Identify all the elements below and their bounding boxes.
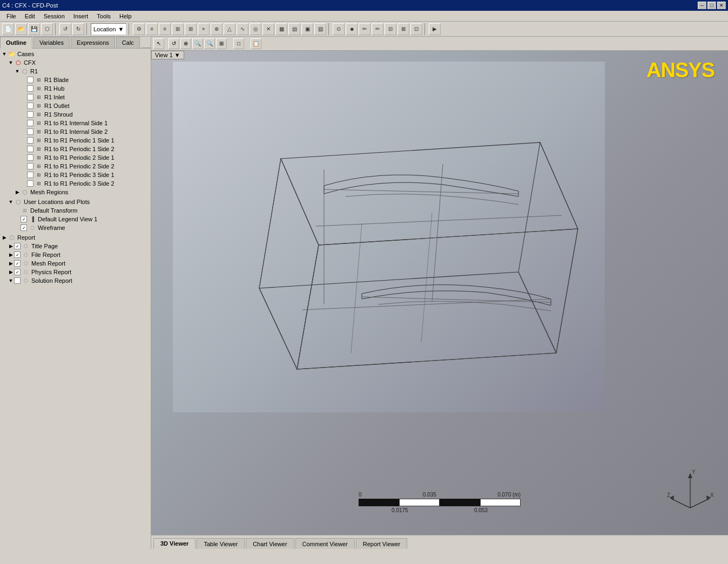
- tree-item-cases[interactable]: ▼ 📁 Cases: [1, 50, 150, 58]
- toolbar-btn-12[interactable]: △: [224, 23, 235, 35]
- tree-item-r1-outlet[interactable]: ⊞ R1 Outlet: [1, 101, 150, 110]
- tree-item-solution-report[interactable]: ▼ ⬡ Solution Report: [1, 276, 150, 285]
- tree-item-r1-periodic-2-s2[interactable]: ⊞ R1 to R1 Periodic 2 Side 2: [1, 162, 150, 171]
- toolbar-btn-5[interactable]: ⚙: [133, 23, 145, 35]
- expand-cfx[interactable]: ▼: [8, 59, 14, 66]
- tab-chart-viewer[interactable]: Chart Viewer: [246, 538, 294, 549]
- tree-item-default-legend[interactable]: ✓ ▐ Default Legend View 1: [1, 215, 150, 223]
- tab-3d-viewer[interactable]: 3D Viewer: [153, 538, 196, 549]
- toolbar-btn-11[interactable]: ⊕: [211, 23, 223, 35]
- tree-item-mesh-regions[interactable]: ▶ ⬡ Mesh Regions: [1, 188, 150, 196]
- checkbox-r1-hub[interactable]: [27, 85, 33, 92]
- toolbar-btn-19[interactable]: ▧: [314, 23, 326, 35]
- vp-btn-rotate[interactable]: ↺: [168, 38, 179, 49]
- tree-item-report[interactable]: ▶ ⬡ Report: [1, 233, 150, 242]
- tree-item-title-page[interactable]: ▶ ✓ ⬡ Title Page: [1, 242, 150, 250]
- expand-user-locations[interactable]: ▼: [8, 199, 14, 205]
- tree-item-file-report[interactable]: ▶ ✓ ⬡ File Report: [1, 250, 150, 259]
- checkbox-r1-periodic-1-s1[interactable]: [27, 137, 33, 144]
- tree-item-r1-periodic-2-s1[interactable]: ⊞ R1 to R1 Periodic 2 Side 1: [1, 153, 150, 162]
- vp-btn-select[interactable]: ↖: [153, 38, 164, 49]
- tree-item-r1[interactable]: ▼ ⬡ R1: [1, 67, 150, 76]
- tree-view[interactable]: ▼ 📁 Cases ▼ ⬡ CFX ▼ ⬡ R1: [0, 49, 151, 549]
- checkbox-r1-shroud[interactable]: [27, 111, 33, 118]
- close-button[interactable]: ✕: [717, 2, 726, 9]
- toolbar-btn-18[interactable]: ▣: [301, 23, 313, 35]
- checkbox-title-page[interactable]: ✓: [14, 243, 21, 249]
- toolbar-btn-16[interactable]: ▦: [275, 23, 287, 35]
- viewport-canvas[interactable]: View 1 ▼ ANSYS: [151, 51, 728, 535]
- menu-session[interactable]: Session: [39, 12, 69, 21]
- toolbar-btn-4[interactable]: ⬡: [41, 23, 53, 35]
- toolbar-btn-1[interactable]: 📄: [2, 23, 14, 35]
- tree-item-r1-periodic-3-s1[interactable]: ⊞ R1 to R1 Periodic 3 Side 1: [1, 171, 150, 179]
- toolbar-btn-9[interactable]: ⊞: [185, 23, 197, 35]
- menu-tools[interactable]: Tools: [92, 12, 115, 21]
- toolbar-btn-17[interactable]: ▤: [288, 23, 300, 35]
- expand-physics-report[interactable]: ▶: [8, 269, 14, 275]
- checkbox-wireframe[interactable]: ✓: [21, 225, 27, 231]
- menu-edit[interactable]: Edit: [21, 12, 39, 21]
- tab-variables[interactable]: Variables: [33, 37, 70, 48]
- tree-item-r1-inlet[interactable]: ⊞ R1 Inlet: [1, 93, 150, 101]
- toolbar-btn-25[interactable]: ⊠: [397, 23, 409, 35]
- checkbox-r1-internal-2[interactable]: [27, 128, 33, 135]
- tree-item-r1-periodic-1-s2[interactable]: ⊞ R1 to R1 Periodic 1 Side 2: [1, 145, 150, 153]
- tree-item-r1-periodic-1-s1[interactable]: ⊞ R1 to R1 Periodic 1 Side 1: [1, 136, 150, 145]
- tab-outline[interactable]: Outline: [0, 37, 32, 49]
- tree-item-r1-internal-1[interactable]: ⊞ R1 to R1 Internal Side 1: [1, 119, 150, 127]
- menu-help[interactable]: Help: [115, 12, 136, 21]
- toolbar-btn-26[interactable]: ⊡: [410, 23, 422, 35]
- toolbar-btn-7[interactable]: ≡: [159, 23, 171, 35]
- checkbox-r1-periodic-3-s2[interactable]: [27, 180, 33, 187]
- checkbox-r1-inlet[interactable]: [27, 94, 33, 100]
- toolbar-undo[interactable]: ↺: [59, 23, 71, 35]
- vp-btn-render[interactable]: □: [233, 38, 244, 49]
- checkbox-mesh-report[interactable]: ✓: [14, 260, 21, 267]
- minimize-button[interactable]: ─: [698, 2, 706, 9]
- toolbar-btn-24[interactable]: ⊟: [385, 23, 396, 35]
- expand-title-page[interactable]: ▶: [8, 243, 14, 249]
- tree-item-user-locations[interactable]: ▼ ⬡ User Locations and Plots: [1, 198, 150, 206]
- toolbar-btn-27[interactable]: ▶: [429, 23, 441, 35]
- vp-btn-zoom-in[interactable]: ⊕: [180, 38, 191, 49]
- menu-file[interactable]: File: [2, 12, 21, 21]
- toolbar-btn-23[interactable]: ✏: [372, 23, 383, 35]
- toolbar-btn-8[interactable]: ⊞: [172, 23, 184, 35]
- expand-cases[interactable]: ▼: [1, 51, 8, 57]
- checkbox-physics-report[interactable]: ✓: [14, 269, 21, 275]
- expand-report[interactable]: ▶: [1, 234, 8, 241]
- expand-r1[interactable]: ▼: [14, 68, 21, 74]
- tree-item-physics-report[interactable]: ▶ ✓ ⬡ Physics Report: [1, 268, 150, 276]
- tab-calc[interactable]: Calc: [116, 37, 140, 48]
- toolbar-btn-14[interactable]: ◎: [250, 23, 261, 35]
- checkbox-r1-outlet[interactable]: [27, 103, 33, 109]
- tree-item-r1-blade[interactable]: ⊞ R1 Blade: [1, 76, 150, 84]
- tab-expressions[interactable]: Expressions: [71, 37, 115, 48]
- expand-mesh-regions[interactable]: ▶: [14, 189, 21, 195]
- checkbox-r1-periodic-3-s1[interactable]: [27, 172, 33, 178]
- expand-solution-report[interactable]: ▼: [8, 277, 14, 284]
- checkbox-r1-internal-1[interactable]: [27, 120, 33, 126]
- tab-table-viewer[interactable]: Table Viewer: [197, 538, 245, 549]
- checkbox-r1-periodic-2-s2[interactable]: [27, 163, 33, 169]
- checkbox-file-report[interactable]: ✓: [14, 252, 21, 258]
- tree-item-r1-periodic-3-s2[interactable]: ⊞ R1 to R1 Periodic 3 Side 2: [1, 179, 150, 188]
- tree-item-default-transform[interactable]: ⊞ Default Transform: [1, 206, 150, 215]
- tab-comment-viewer[interactable]: Comment Viewer: [295, 538, 355, 549]
- tree-item-cfx[interactable]: ▼ ⬡ CFX: [1, 58, 150, 67]
- expand-file-report[interactable]: ▶: [8, 252, 14, 258]
- tree-item-wireframe[interactable]: ✓ ⬡ Wireframe: [1, 223, 150, 232]
- tree-item-r1-hub[interactable]: ⊞ R1 Hub: [1, 84, 150, 93]
- toolbar-btn-6[interactable]: ≡: [146, 23, 158, 35]
- location-dropdown[interactable]: Location▼: [91, 23, 126, 35]
- checkbox-r1-periodic-1-s2[interactable]: [27, 146, 33, 152]
- toolbar-btn-10[interactable]: ⌖: [198, 23, 210, 35]
- checkbox-solution-report[interactable]: [14, 277, 21, 284]
- vp-btn-zoom-all[interactable]: ⊞: [216, 38, 227, 49]
- toolbar-btn-21[interactable]: ■: [346, 23, 358, 35]
- checkbox-r1-blade[interactable]: [27, 77, 33, 83]
- toolbar-btn-3[interactable]: 💾: [28, 23, 40, 35]
- checkbox-default-legend[interactable]: ✓: [21, 216, 27, 222]
- tree-item-mesh-report[interactable]: ▶ ✓ ⬡ Mesh Report: [1, 259, 150, 268]
